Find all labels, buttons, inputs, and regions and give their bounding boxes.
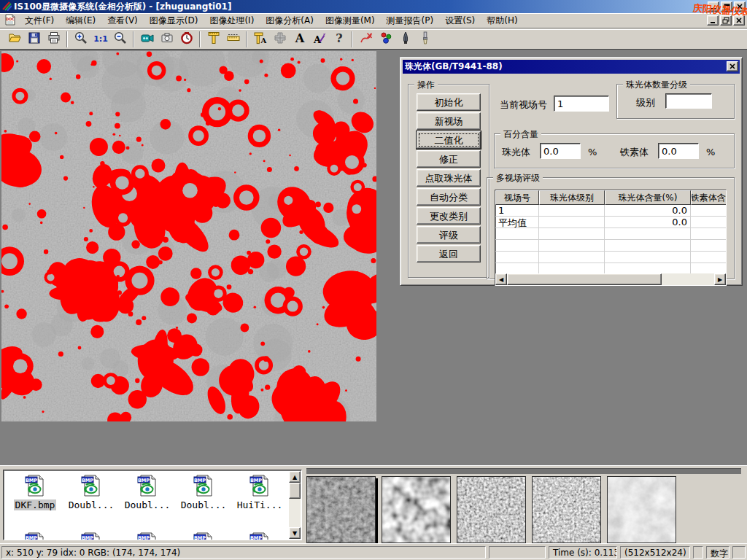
table-row-0[interactable]: 10.0 — [495, 205, 726, 217]
menu-item-5[interactable]: 图像分析(A) — [260, 13, 320, 28]
image-thumbnail-3[interactable] — [532, 476, 601, 543]
open-button[interactable] — [4, 31, 24, 48]
column-header-1[interactable]: 珠光体级别 — [539, 190, 605, 205]
scroll-left-button[interactable]: ◀ — [495, 273, 507, 285]
toolbar-separator — [66, 31, 68, 47]
zoom-out-button[interactable] — [110, 31, 130, 48]
text-edit-icon: A — [312, 31, 327, 47]
column-header-2[interactable]: 珠光体含量(%) — [605, 190, 691, 205]
menu-item-7[interactable]: 测量报告(P) — [381, 13, 440, 28]
print-button[interactable] — [44, 31, 63, 48]
caliper-button[interactable] — [204, 31, 223, 48]
op-button-6[interactable]: 更改类别 — [417, 207, 481, 225]
thumbnail-separator — [306, 468, 741, 474]
pen-button[interactable] — [395, 31, 415, 48]
op-button-4[interactable]: 点取珠光体 — [417, 169, 481, 187]
menu-item-3[interactable]: 图像显示(D) — [144, 13, 204, 28]
help-button[interactable]: ? — [329, 31, 349, 48]
bmp-file-icon: BMP — [136, 489, 158, 499]
file-item-1[interactable]: BMPDoubl... — [64, 474, 118, 510]
scroll-up-button[interactable]: ▲ — [289, 471, 301, 483]
menu-item-2[interactable]: 查看(V) — [101, 13, 144, 28]
toolbar-separator — [199, 31, 201, 47]
op-button-5[interactable]: 自动分类 — [417, 188, 481, 206]
file-list-scrollbar[interactable]: ▲ ▼ — [289, 471, 301, 539]
menu-item-8[interactable]: 设置(S) — [439, 13, 481, 28]
scroll-down-button[interactable]: ▼ — [289, 527, 301, 539]
actual-size-button[interactable]: 1:1 — [90, 31, 110, 48]
table-horizontal-scrollbar[interactable]: ◀ ▶ — [495, 273, 726, 285]
table-row-empty[interactable] — [495, 252, 726, 263]
text-button[interactable]: A — [290, 31, 309, 48]
video-camera-button[interactable] — [137, 31, 157, 48]
column-header-3[interactable]: 铁素体含量(%) — [691, 190, 727, 205]
file-name: Doubl... — [67, 499, 116, 510]
rating-table[interactable]: 视场号珠光体级别珠光体含量(%)铁素体含量(%) 10.0平均值0.0 ◀ ▶ — [495, 190, 727, 286]
mdi-restore-button[interactable] — [720, 15, 732, 26]
current-field-input[interactable] — [554, 96, 609, 112]
file-browser[interactable]: BMPDKF.bmpBMPDoubl...BMPDoubl...BMPDoubl… — [3, 470, 302, 540]
table-row-empty[interactable] — [495, 240, 726, 252]
save-button[interactable] — [24, 31, 44, 48]
op-button-2[interactable]: 二值化 — [417, 131, 481, 149]
table-row-empty[interactable] — [495, 228, 726, 240]
file-item-3[interactable]: BMPDoubl... — [177, 474, 231, 510]
table-row-1[interactable]: 平均值0.0 — [495, 217, 726, 228]
current-field-label: 当前视场号 — [500, 98, 547, 112]
file-item-2[interactable]: BMPDoubl... — [120, 474, 174, 510]
app-icon — [1, 1, 12, 13]
grid-cross-button[interactable] — [270, 31, 290, 48]
scroll-right-button[interactable]: ▶ — [714, 273, 726, 285]
metallographic-image[interactable] — [1, 51, 376, 421]
close-button[interactable] — [734, 1, 746, 12]
file-item-0[interactable]: BMPDKF.bmp — [8, 474, 62, 510]
capture-button[interactable] — [157, 31, 177, 48]
menu-item-4[interactable]: 图像处理(I) — [204, 13, 260, 28]
mdi-close-button[interactable] — [733, 15, 745, 26]
column-header-0[interactable]: 视场号 — [495, 190, 539, 205]
scrollbar-thumb[interactable] — [507, 273, 662, 285]
operations-group: 操作 初始化新视场二值化修正点取珠光体自动分类更改类别评级返回 — [408, 84, 489, 278]
maximize-button[interactable] — [721, 1, 732, 12]
image-thumbnail-4[interactable] — [607, 476, 676, 543]
ferrite-percent-input[interactable] — [658, 143, 699, 159]
pearlite-percent-input[interactable] — [540, 143, 581, 159]
table-cell: 0.0 — [605, 217, 691, 228]
menu-item-9[interactable]: 帮助(H) — [481, 13, 523, 28]
menu-item-0[interactable]: 文件(F) — [19, 13, 60, 28]
menu-item-1[interactable]: 编辑(E) — [60, 13, 101, 28]
measure-label-button[interactable]: A — [250, 31, 270, 48]
op-button-8[interactable]: 返回 — [417, 245, 481, 262]
image-thumbnail-0[interactable] — [306, 476, 376, 543]
minimize-button[interactable] — [708, 1, 719, 12]
op-button-7[interactable]: 评级 — [417, 226, 481, 244]
dialog-close-button[interactable] — [727, 61, 738, 71]
spline-cut-button[interactable] — [356, 31, 376, 48]
text-edit-button[interactable]: A — [309, 31, 329, 48]
file-name: DKF.bmp — [14, 499, 57, 510]
timer-button[interactable] — [177, 31, 196, 48]
file-item-row2-3[interactable]: BMP — [177, 532, 231, 540]
mdi-minimize-button[interactable] — [707, 15, 719, 26]
image-thumbnail-2[interactable] — [457, 476, 526, 543]
ferrite-label: 铁素体 — [620, 146, 649, 159]
menu-item-6[interactable]: 图像测量(M) — [320, 13, 381, 28]
file-item-row2-1[interactable]: BMP — [64, 532, 118, 540]
op-button-1[interactable]: 新视场 — [417, 112, 481, 130]
op-button-0[interactable]: 初始化 — [417, 93, 481, 111]
brush-button[interactable] — [415, 31, 435, 48]
file-item-4[interactable]: BMPHuiTi... — [233, 474, 287, 510]
image-thumbnail-1[interactable] — [382, 476, 451, 543]
ruler-button[interactable] — [223, 31, 243, 48]
file-item-row2-0[interactable]: BMP — [8, 532, 62, 540]
svg-text:BMP: BMP — [26, 535, 37, 541]
level-input[interactable] — [665, 93, 712, 109]
classify-button[interactable] — [376, 31, 395, 48]
file-item-row2-2[interactable]: BMP — [120, 532, 174, 540]
file-item-row2-4[interactable]: BMP — [233, 532, 287, 540]
op-button-3[interactable]: 修正 — [417, 150, 481, 168]
document-icon: DOC — [4, 14, 16, 28]
zoom-in-button[interactable] — [71, 31, 90, 48]
text-icon: A — [293, 31, 307, 47]
file-scrollbar-thumb[interactable] — [289, 483, 301, 499]
